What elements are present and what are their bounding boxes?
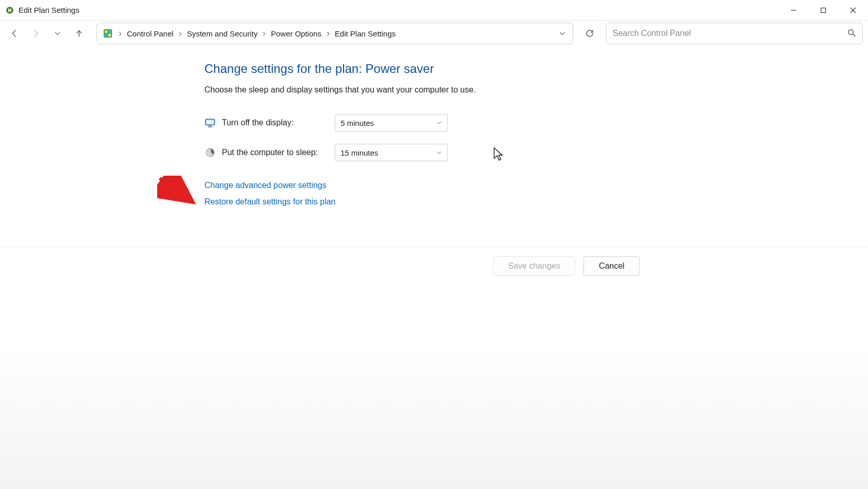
refresh-button[interactable]	[580, 24, 599, 43]
chevron-right-icon[interactable]	[325, 29, 332, 38]
navigation-toolbar: Control Panel System and Security Power …	[0, 21, 868, 46]
svg-rect-9	[105, 34, 108, 36]
links-block: Change advanced power settings Restore d…	[204, 181, 868, 206]
sleep-label: Put the computer to sleep:	[222, 148, 335, 157]
forward-button[interactable]	[27, 24, 45, 43]
page-heading: Change settings for the plan: Power save…	[204, 62, 868, 76]
up-button[interactable]	[70, 24, 88, 43]
svg-rect-16	[207, 126, 212, 127]
close-button[interactable]	[838, 0, 868, 21]
window-title: Edit Plan Settings	[18, 6, 779, 14]
svg-rect-8	[108, 31, 111, 33]
svg-rect-10	[108, 34, 111, 36]
sleep-dropdown[interactable]: 15 minutes	[335, 144, 448, 161]
chevron-right-icon[interactable]	[260, 29, 268, 38]
svg-point-1	[9, 9, 11, 11]
content-area: Change settings for the plan: Power save…	[0, 46, 868, 206]
search-input[interactable]	[613, 29, 847, 38]
back-button[interactable]	[5, 24, 24, 43]
svg-rect-7	[105, 31, 108, 33]
svg-line-12	[853, 34, 855, 36]
restore-default-settings-link[interactable]: Restore default settings for this plan	[204, 197, 868, 206]
breadcrumb-edit-plan-settings[interactable]: Edit Plan Settings	[332, 27, 399, 40]
cancel-button[interactable]: Cancel	[583, 256, 640, 276]
setting-row-display-off: Turn off the display: 5 minutes	[204, 114, 868, 131]
control-panel-icon	[102, 28, 114, 39]
svg-rect-14	[206, 120, 214, 124]
search-box[interactable]	[606, 23, 863, 44]
display-off-value: 5 minutes	[341, 119, 374, 127]
window-controls	[779, 0, 868, 21]
display-off-dropdown[interactable]: 5 minutes	[335, 114, 448, 131]
setting-row-sleep: Put the computer to sleep: 15 minutes	[204, 144, 868, 161]
page-subtext: Choose the sleep and display settings th…	[204, 85, 868, 95]
sleep-value: 15 minutes	[341, 148, 378, 157]
search-icon[interactable]	[847, 28, 856, 39]
svg-rect-15	[209, 126, 212, 127]
save-changes-label: Save changes	[508, 261, 560, 271]
breadcrumb-control-panel[interactable]: Control Panel	[124, 27, 177, 40]
svg-rect-6	[104, 29, 112, 38]
chevron-right-icon[interactable]	[177, 29, 184, 38]
sleep-moon-icon	[204, 147, 216, 158]
cancel-label: Cancel	[599, 261, 625, 271]
minimize-button[interactable]	[779, 0, 808, 21]
svg-rect-3	[821, 8, 826, 12]
chevron-right-icon[interactable]	[117, 29, 124, 38]
breadcrumb-power-options[interactable]: Power Options	[268, 27, 324, 40]
recent-locations-button[interactable]	[48, 24, 67, 43]
save-changes-button[interactable]: Save changes	[493, 256, 575, 276]
breadcrumb-system-security[interactable]: System and Security	[184, 27, 261, 40]
display-icon	[204, 117, 216, 128]
footer-bar: Save changes Cancel	[0, 247, 868, 285]
power-options-app-icon	[5, 6, 14, 15]
address-history-dropdown[interactable]	[554, 25, 571, 42]
address-bar[interactable]: Control Panel System and Security Power …	[97, 23, 573, 44]
change-advanced-power-settings-link[interactable]: Change advanced power settings	[204, 181, 868, 190]
bottom-fade	[0, 345, 868, 489]
chevron-down-icon	[436, 119, 442, 127]
maximize-button[interactable]	[808, 0, 838, 21]
chevron-down-icon	[436, 148, 442, 157]
display-off-label: Turn off the display:	[222, 118, 335, 127]
titlebar: Edit Plan Settings	[0, 0, 868, 21]
